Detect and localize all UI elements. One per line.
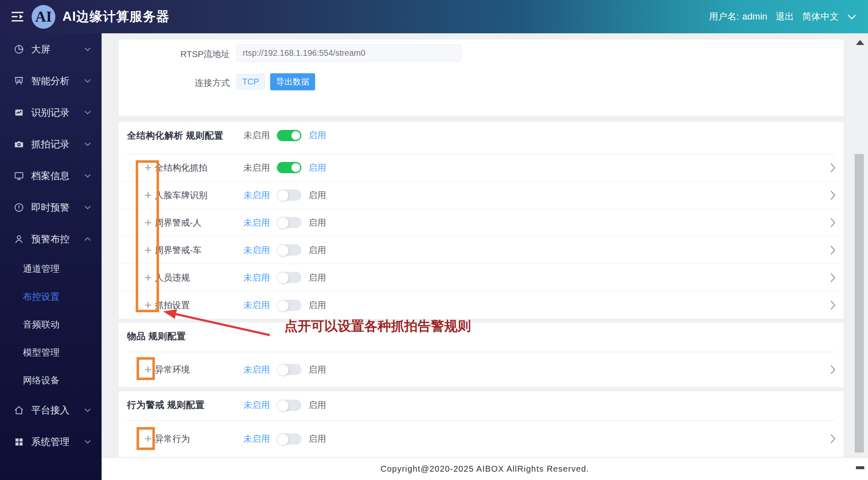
sidebar-subitem-network-devices[interactable]: 网络设备 [0,366,102,394]
toggle-switch-off[interactable] [277,400,301,411]
status-label: 未启用 [244,364,270,376]
status-label: 未启用 [244,217,270,229]
sidebar: 大屏 智能分析 识别记录 抓拍记录 档案 [0,33,102,480]
rule-row-abnormal-environment: + 异常环境 未启用 启用 [119,352,843,387]
toggle-switch-on[interactable] [277,130,301,141]
sidebar-item-platform-access[interactable]: 平台接入 [0,394,102,426]
submenu-label: 音频联动 [23,318,60,331]
grid-icon [13,437,24,447]
toggle-switch-off[interactable] [277,272,301,283]
copyright-text: Copyright@2020-2025 AIBOX AllRights Rese… [381,464,589,474]
status-label: 未启用 [244,299,270,311]
username-label: 用户名: [709,10,739,23]
stream-settings-card: RTSP流地址 连接方式 TCP 导出数据 [119,40,843,116]
rtsp-url-label: RTSP流地址 [147,48,230,60]
enable-label: 启用 [308,399,326,411]
rule-label: 人脸车牌识别 [155,189,207,201]
language-selector[interactable]: 简体中文 [802,10,839,23]
sidebar-item-label: 抓拍记录 [31,138,70,151]
expand-plus-icon[interactable]: + [144,216,152,229]
rtsp-url-input[interactable] [236,45,461,62]
chevron-right-icon[interactable] [830,190,836,200]
logout-link[interactable]: 退出 [776,10,794,23]
scrollbar-down-arrow[interactable] [856,466,864,469]
card-header-controls: 未启用 启用 [244,398,326,412]
rule-row-personnel-violation: + 人员违规 未启用 启用 [119,264,843,291]
toggle-switch-off[interactable] [277,364,301,375]
enable-label: 启用 [308,272,326,284]
toggle-switch-off[interactable] [277,300,301,311]
export-data-button[interactable]: 导出数据 [270,73,315,90]
footer: Copyright@2020-2025 AIBOX AllRights Rese… [102,457,868,480]
sidebar-subitem-control-settings[interactable]: 布控设置 [0,283,102,311]
enable-label: 启用 [308,129,326,141]
sidebar-subitem-audio-linkage[interactable]: 音频联动 [0,311,102,338]
sidebar-item-system-management[interactable]: 系统管理 [0,426,102,458]
rule-label: 周界警戒-人 [155,217,201,229]
toggle-switch-off[interactable] [277,217,301,228]
expand-plus-icon[interactable]: + [144,162,152,174]
chevron-right-icon[interactable] [830,365,836,375]
chevron-right-icon[interactable] [830,300,836,310]
sidebar-subitem-channel-management[interactable]: 通道管理 [0,255,102,283]
chevron-right-icon[interactable] [830,273,836,283]
sidebar-item-label: 平台接入 [31,404,70,417]
toggle-switch-off[interactable] [277,433,301,445]
rule-label: 抓拍设置 [155,299,190,311]
chevron-right-icon[interactable] [830,163,836,173]
rule-label: 异常行为 [155,433,190,445]
tcp-tag[interactable]: TCP [236,74,265,90]
expand-plus-icon[interactable]: + [144,189,152,201]
rule-row-abnormal-behavior: + 异常行为 未启用 启用 [119,420,843,457]
sidebar-item-instant-alerts[interactable]: 即时预警 [0,192,102,223]
submenu-label: 通道管理 [23,263,60,275]
card-title: 行为警戒 规则配置 [127,399,205,411]
chevron-down-icon[interactable] [847,14,856,20]
expand-plus-icon[interactable]: + [144,433,152,445]
trend-photo-icon [13,107,24,118]
enable-label: 启用 [308,364,326,376]
chevron-right-icon[interactable] [830,245,836,255]
toggle-switch-on[interactable] [277,162,301,173]
sidebar-item-label: 识别记录 [31,106,70,119]
expand-plus-icon[interactable]: + [144,363,152,376]
enable-label: 启用 [308,189,326,201]
chevron-down-icon [85,174,91,178]
annotation-text: 点开可以设置各种抓拍告警规则 [284,317,471,336]
sidebar-item-capture-records[interactable]: 抓拍记录 [0,128,102,160]
rule-row-face-plate-recognition: + 人脸车牌识别 未启用 启用 [119,182,843,209]
pie-chart-icon [13,44,24,55]
toggle-switch-off[interactable] [277,244,301,256]
home-icon [13,405,24,415]
toggle-switch-off[interactable] [277,189,301,201]
expand-plus-icon[interactable]: + [144,299,152,311]
scrollbar-thumb[interactable] [855,154,864,453]
rule-label: 人员违规 [155,272,190,284]
chevron-up-icon [85,237,91,241]
behavior-alert-card: 行为警戒 规则配置 未启用 启用 + 异常行为 未启用 启用 [119,391,843,457]
submenu-label: 网络设备 [23,374,60,387]
submenu-label: 模型管理 [23,346,60,359]
expand-plus-icon[interactable]: + [144,244,152,256]
chevron-right-icon[interactable] [830,218,836,228]
sidebar-item-alert-control[interactable]: 预警布控 [0,223,102,255]
rule-row-perimeter-person: + 周界警戒-人 未启用 启用 [119,209,843,236]
sidebar-subitem-model-management[interactable]: 模型管理 [0,338,102,366]
sidebar-item-archive-info[interactable]: 档案信息 [0,160,102,192]
chevron-down-icon [85,79,91,83]
expand-plus-icon[interactable]: + [144,271,152,284]
sidebar-item-label: 预警布控 [31,233,70,246]
scrollbar-up-arrow[interactable] [856,40,864,45]
sidebar-item-recognition-records[interactable]: 识别记录 [0,97,102,128]
sidebar-item-analysis[interactable]: 智能分析 [0,65,102,97]
menu-collapse-icon[interactable] [11,11,24,22]
status-label: 未启用 [244,244,270,256]
chevron-down-icon [85,111,91,114]
chevron-right-icon[interactable] [830,434,836,444]
rule-row-perimeter-vehicle: + 周界警戒-车 未启用 启用 [119,236,843,264]
status-label: 未启用 [244,399,270,411]
sidebar-item-dashboard[interactable]: 大屏 [0,33,102,65]
status-label: 未启用 [244,129,270,141]
card-header-controls: 未启用 启用 [244,128,326,142]
sidebar-item-label: 即时预警 [31,201,70,214]
